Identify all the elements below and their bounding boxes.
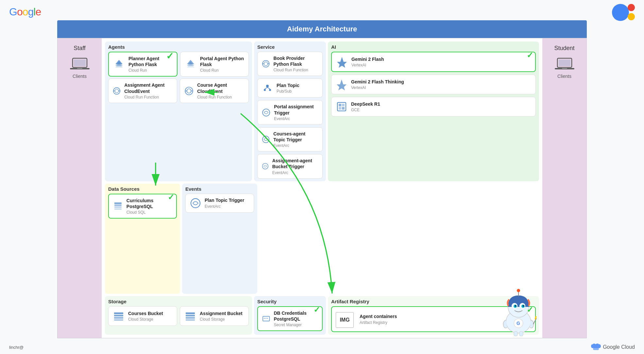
svg-point-64	[517, 289, 520, 292]
student-clients-label: Clients	[557, 74, 571, 79]
svg-rect-35	[114, 203, 122, 204]
svg-point-62	[523, 305, 524, 307]
student-laptop-icon	[555, 57, 574, 72]
center-content: Agents ✓ Planner Agent Python Flask	[102, 38, 542, 338]
agent-containers-subtitle: Artifact Registry	[360, 320, 397, 325]
student-panel: Student Clients	[542, 38, 586, 338]
curriculums-subtitle: Cloud SQL	[127, 210, 172, 215]
assignment-bucket-trigger-content: Assignment-agent Bucket Trigger EventArc	[272, 158, 318, 175]
svg-text:***: ***	[263, 318, 268, 321]
db-credentials-card[interactable]: ✓ *** DB Credentials PostgreSQL Secret M…	[257, 306, 323, 331]
courses-bucket-card[interactable]: Courses Bucket Cloud Storage	[108, 306, 177, 326]
img-3d-box: IMG	[336, 310, 357, 328]
row3: Storage Courses Bucket	[105, 296, 539, 335]
gemini2flashthinking-card[interactable]: Gemini 2 Flash Thinking VertexAI	[331, 75, 536, 94]
svg-rect-42	[114, 317, 123, 319]
plan-topic-trigger-content: Plan Topic Trigger EventArc	[205, 197, 244, 208]
book-provider-card[interactable]: Book Provider Python Flask Cloud Run Fun…	[257, 52, 323, 76]
assignment-agent-icon	[112, 85, 121, 97]
svg-rect-67	[514, 331, 517, 336]
planner-agent-card[interactable]: ✓ Planner Agent Python Flask Cloud Run	[108, 52, 178, 77]
gemini2flash-content: Gemini 2 Flash VertexAI	[351, 56, 384, 67]
svg-text:G: G	[517, 321, 520, 326]
courses-agent-card[interactable]: Courses-agent Topic Trigger EventArc	[257, 127, 323, 151]
staff-clients-label: Clients	[73, 74, 87, 79]
assistant-yellow-circle	[628, 13, 635, 20]
img-box-wrapper: IMG Agent containers Artifact Registry	[336, 310, 397, 328]
deepseek-card[interactable]: DeepSeek R1 GCE	[331, 97, 536, 116]
svg-rect-47	[186, 319, 195, 321]
assignment-bucket-icon	[184, 310, 196, 322]
gemini2flashthinking-title: Gemini 2 Flash Thinking	[351, 79, 404, 85]
assignment-bucket-card[interactable]: Assignment Bucket Cloud Storage	[180, 306, 249, 326]
curriculums-content: Curriculums PostgreSQL Cloud SQL	[127, 198, 172, 215]
plan-topic-card[interactable]: Plan Topic Pub/Sub	[257, 79, 323, 97]
gemini2flashthinking-icon	[335, 78, 348, 91]
curriculums-checkmark: ✓	[168, 193, 174, 202]
staff-clients: Clients	[70, 57, 90, 79]
svg-rect-44	[186, 312, 195, 314]
svg-rect-45	[186, 315, 195, 316]
curriculums-card[interactable]: ✓ Curriculums PostgreSQL Cloud SQL	[108, 194, 177, 219]
staff-laptop-icon	[70, 57, 90, 72]
gemini2flash-subtitle: VertexAI	[351, 63, 384, 67]
svg-rect-30	[337, 102, 346, 111]
assignment-bucket-trigger-icon	[262, 160, 269, 172]
diagram-body: Staff Clients Agents	[57, 38, 587, 338]
portal-icon	[184, 58, 197, 70]
portal-assignment-card[interactable]: Portal assignment Trigger EventArc	[257, 100, 323, 124]
book-provider-title: Book Provider Python Flask	[274, 55, 318, 67]
svg-point-39	[191, 199, 200, 208]
assignment-bucket-title: Assignment Bucket	[200, 310, 243, 316]
book-provider-subtitle: Cloud Run Function	[274, 68, 318, 72]
svg-rect-31	[339, 104, 341, 106]
book-provider-icon	[262, 58, 270, 70]
courses-agent-content: Courses-agent Topic Trigger EventArc	[273, 131, 318, 148]
courses-bucket-subtitle: Cloud Storage	[128, 317, 163, 322]
courses-bucket-content: Courses Bucket Cloud Storage	[128, 310, 163, 322]
gemini2flash-title: Gemini 2 Flash	[351, 56, 384, 62]
svg-rect-33	[339, 107, 341, 110]
gemini2flash-card[interactable]: ✓ Gemini 2 Flash VertexAI	[331, 52, 536, 72]
security-section: Security ✓ *** DB Credentials PostgreSQL…	[254, 296, 326, 335]
plan-topic-trigger-icon	[190, 197, 201, 209]
plan-topic-trigger-title: Plan Topic Trigger	[205, 197, 244, 203]
assignment-bucket-trigger-title: Assignment-agent Bucket Trigger	[272, 158, 318, 169]
agents-row2: Assignment Agent CloudEvent Cloud Run Fu…	[108, 79, 249, 103]
svg-rect-1	[74, 60, 86, 66]
svg-rect-34	[342, 107, 345, 110]
portal-agent-card[interactable]: Portal Agent Python Flask Cloud Run	[180, 52, 249, 77]
assignment-agent-card[interactable]: Assignment Agent CloudEvent Cloud Run Fu…	[108, 79, 177, 103]
agent-containers-content: Agent containers Artifact Registry	[360, 313, 397, 325]
ai-section: AI ✓ Gemini 2 Flash VertexAI	[328, 42, 539, 181]
assignment-bucket-trigger-subtitle: EventArc	[272, 170, 318, 175]
assistant-blue-circle	[612, 4, 629, 21]
service-cards: Book Provider Python Flask Cloud Run Fun…	[257, 52, 323, 179]
planner-agent-subtitle: Cloud Run	[128, 68, 173, 73]
footer-email: linchr@	[9, 345, 24, 350]
planner-icon	[113, 58, 125, 70]
deepseek-subtitle: GCE	[351, 108, 380, 112]
db-credentials-icon: ***	[262, 313, 270, 325]
courses-agent-subtitle: EventArc	[273, 143, 318, 148]
planner-checkmark: ✓	[166, 51, 174, 62]
svg-point-22	[266, 85, 269, 87]
course-agent-card[interactable]: Course Agent CloudEvent Cloud Run Functi…	[180, 79, 249, 103]
portal-assignment-icon	[262, 107, 271, 118]
course-agent-content: Course Agent CloudEvent Cloud Run Functi…	[197, 82, 245, 99]
plan-topic-content: Plan Topic Pub/Sub	[277, 82, 299, 94]
svg-rect-40	[114, 312, 123, 314]
google-logo: Google	[9, 6, 41, 18]
plan-topic-trigger-card[interactable]: Plan Topic Trigger EventArc	[185, 194, 254, 213]
svg-rect-43	[114, 319, 123, 321]
img-label: IMG	[336, 312, 354, 328]
svg-rect-36	[114, 204, 122, 206]
curriculums-icon	[113, 200, 123, 212]
assignment-bucket-content: Assignment Bucket Cloud Storage	[200, 310, 243, 322]
deepseek-title: DeepSeek R1	[351, 101, 380, 107]
gemini2flash-icon	[336, 56, 348, 68]
main-diagram: Aidemy Architecture Staff Clients	[57, 20, 587, 338]
ai-cards: ✓ Gemini 2 Flash VertexAI	[331, 52, 536, 116]
agents-section: Agents ✓ Planner Agent Python Flask	[105, 42, 252, 181]
assignment-bucket-trigger-card[interactable]: Assignment-agent Bucket Trigger EventArc	[257, 154, 323, 178]
